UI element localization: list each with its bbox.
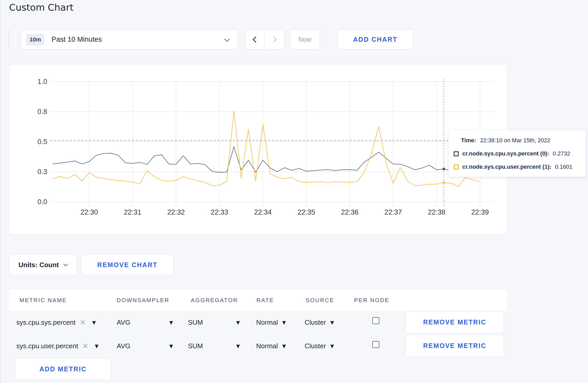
metrics-table-header: METRIC NAME DOWNSAMPLER AGGREGATOR RATE … (9, 290, 507, 311)
caret-down-icon: ▼ (168, 343, 174, 349)
caret-down-icon: ▼ (281, 320, 287, 326)
source-value: Cluster (305, 318, 326, 327)
source-value: Cluster (305, 342, 326, 350)
metric-row: sys.cpu.user.percent ✕ ▼ AVG ▼ SUM ▼ Nor… (9, 334, 507, 358)
user-series-swatch-icon (454, 165, 459, 169)
caret-down-icon: ▼ (94, 343, 100, 349)
header-metric-name: METRIC NAME (19, 290, 67, 311)
cpu-chart[interactable]: 0.00.30.50.81.022:3022:3122:3222:3322:34… (9, 65, 507, 235)
tooltip-sys-label: cr.node.sys.cpu.sys.percent (0): (462, 150, 549, 157)
downsampler-value: AVG (117, 318, 130, 327)
source-select[interactable]: Cluster ▼ (305, 311, 335, 334)
caret-down-icon: ▼ (168, 320, 174, 326)
time-window-badge: 10m (26, 34, 44, 45)
y-axis-label: 0.3 (37, 168, 47, 176)
x-axis-label: 22:30 (80, 208, 98, 216)
rate-value: Normal (256, 318, 278, 327)
x-axis-label: 22:34 (254, 208, 272, 216)
rate-value: Normal (256, 342, 278, 350)
rate-select[interactable]: Normal ▼ (256, 311, 287, 334)
y-axis-label: 0.8 (37, 108, 47, 116)
next-range-button[interactable] (265, 30, 284, 49)
units-label: Units: Count (18, 261, 59, 269)
downsampler-select[interactable]: AVG ▼ (117, 311, 174, 334)
tooltip-user-label: cr.node.sys.cpu.user.percent (1): (462, 164, 551, 170)
tooltip-user-value: 0.1601 (555, 164, 572, 170)
header-per-node: PER NODE (354, 290, 389, 311)
remove-metric-button[interactable]: REMOVE METRIC (405, 311, 504, 333)
x-axis-label: 22:35 (298, 208, 315, 216)
per-node-checkbox[interactable] (372, 341, 379, 348)
header-aggregator: AGGREGATOR (191, 290, 238, 311)
caret-down-icon: ▼ (329, 343, 335, 349)
add-metric-button[interactable]: ADD METRIC (15, 358, 111, 380)
per-node-checkbox[interactable] (372, 317, 379, 324)
tooltip-sys-value: 0.2732 (553, 150, 570, 157)
downsampler-value: AVG (117, 342, 130, 350)
sys-series-swatch-icon (454, 151, 459, 156)
time-step-buttons (245, 30, 284, 49)
remove-metric-x-icon[interactable]: ✕ (82, 343, 88, 350)
x-axis-label: 22:37 (384, 208, 402, 216)
caret-down-icon: ▼ (329, 320, 335, 326)
caret-down-icon: ▼ (91, 320, 97, 326)
metric-name-value: sys.cpu.user.percent (16, 342, 78, 350)
chart-tooltip: Time: 22:38:10 on Mar 15th, 2022 cr.node… (448, 130, 586, 177)
y-axis-label: 1.0 (37, 78, 47, 86)
chart-panel: 0.00.30.50.81.022:3022:3122:3222:3322:34… (9, 64, 507, 235)
header-downsampler: DOWNSAMPLER (117, 290, 169, 311)
prev-range-button[interactable] (245, 30, 265, 49)
x-axis-label: 22:36 (341, 208, 359, 216)
now-button[interactable]: Now (290, 30, 320, 49)
aggregator-value: SUM (188, 318, 203, 327)
x-axis-label: 22:31 (124, 208, 142, 216)
series-line-user (53, 111, 480, 187)
metric-name-value: sys.cpu.sys.percent (16, 318, 75, 327)
chevron-down-icon (63, 262, 68, 266)
downsampler-select[interactable]: AVG ▼ (117, 334, 174, 358)
remove-chart-button[interactable]: REMOVE CHART (81, 254, 174, 275)
rate-select[interactable]: Normal ▼ (256, 334, 287, 358)
metric-row: sys.cpu.sys.percent ✕ ▼ AVG ▼ SUM ▼ Norm… (9, 311, 507, 334)
aggregator-select[interactable]: SUM ▼ (188, 334, 241, 358)
chevron-down-icon (224, 36, 230, 42)
hover-dot (443, 181, 445, 184)
time-range-selector[interactable]: 10m Past 10 Minutes (21, 30, 238, 49)
aggregator-value: SUM (188, 342, 203, 350)
page-title: Custom Chart (9, 2, 73, 13)
y-axis-label: 0.0 (37, 198, 47, 206)
caret-down-icon: ▼ (281, 343, 287, 349)
x-axis-label: 22:38 (428, 208, 445, 216)
tooltip-time-value: 22:38:10 on Mar 15th, 2022 (480, 137, 550, 144)
add-chart-button[interactable]: ADD CHART (337, 30, 413, 49)
custom-chart-page: Custom Chart 10m Past 10 Minutes Now ADD… (0, 0, 588, 383)
caret-down-icon: ▼ (235, 320, 241, 326)
aggregator-select[interactable]: SUM ▼ (188, 311, 241, 334)
header-rate: RATE (256, 290, 274, 311)
metric-name-select[interactable]: sys.cpu.user.percent ✕ ▼ (16, 334, 100, 358)
metric-name-select[interactable]: sys.cpu.sys.percent ✕ ▼ (16, 311, 97, 334)
units-dropdown[interactable]: Units: Count (9, 254, 77, 275)
x-axis-label: 22:33 (211, 208, 228, 216)
caret-down-icon: ▼ (235, 343, 241, 349)
x-axis-label: 22:39 (471, 208, 489, 216)
hover-dot (443, 168, 445, 170)
source-select[interactable]: Cluster ▼ (305, 334, 335, 358)
tooltip-time-label: Time: (461, 137, 476, 144)
x-axis-label: 22:32 (167, 208, 185, 216)
remove-metric-x-icon[interactable]: ✕ (80, 319, 86, 326)
time-window-label: Past 10 Minutes (52, 36, 102, 44)
chevron-right-icon (270, 36, 277, 42)
header-source: SOURCE (306, 290, 334, 311)
y-axis-label: 0.5 (37, 138, 47, 146)
chevron-left-icon (253, 36, 259, 42)
toolbar-divider (9, 30, 9, 49)
remove-metric-button[interactable]: REMOVE METRIC (405, 335, 504, 357)
